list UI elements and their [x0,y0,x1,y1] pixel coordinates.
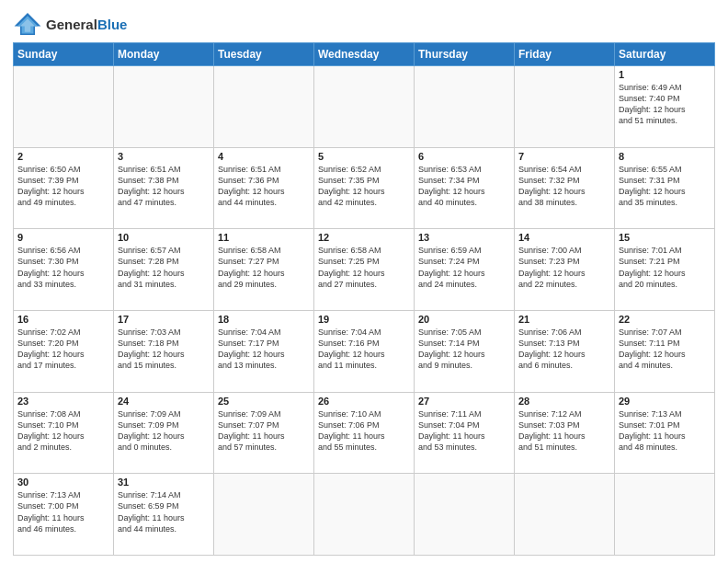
day-number: 18 [218,314,310,325]
calendar-cell: 1Sunrise: 6:49 AM Sunset: 7:40 PM Daylig… [615,66,715,148]
calendar-week-row: 9Sunrise: 6:56 AM Sunset: 7:30 PM Daylig… [14,229,715,311]
day-info: Sunrise: 7:05 AM Sunset: 7:14 PM Dayligh… [418,327,510,372]
day-info: Sunrise: 6:55 AM Sunset: 7:31 PM Dayligh… [619,164,711,209]
day-info: Sunrise: 7:14 AM Sunset: 6:59 PM Dayligh… [118,489,210,534]
calendar-cell [415,66,515,148]
calendar-cell: 15Sunrise: 7:01 AM Sunset: 7:21 PM Dayli… [615,229,715,311]
day-number: 4 [218,151,310,162]
day-number: 14 [518,232,610,243]
day-info: Sunrise: 6:59 AM Sunset: 7:24 PM Dayligh… [418,245,510,290]
calendar-cell [214,474,314,556]
day-info: Sunrise: 6:53 AM Sunset: 7:34 PM Dayligh… [418,164,510,209]
calendar-cell: 20Sunrise: 7:05 AM Sunset: 7:14 PM Dayli… [415,310,515,392]
day-info: Sunrise: 6:54 AM Sunset: 7:32 PM Dayligh… [518,164,610,209]
calendar-cell: 27Sunrise: 7:11 AM Sunset: 7:04 PM Dayli… [415,392,515,474]
day-info: Sunrise: 6:57 AM Sunset: 7:28 PM Dayligh… [118,245,210,290]
calendar-cell: 8Sunrise: 6:55 AM Sunset: 7:31 PM Daylig… [615,147,715,229]
header: GeneralBlue [13,11,715,37]
calendar-cell: 26Sunrise: 7:10 AM Sunset: 7:06 PM Dayli… [314,392,415,474]
day-number: 10 [118,232,210,243]
day-info: Sunrise: 7:04 AM Sunset: 7:17 PM Dayligh… [218,327,310,372]
col-monday: Monday [114,43,214,66]
day-number: 24 [118,396,210,407]
calendar-cell [314,66,415,148]
day-number: 3 [118,151,210,162]
calendar-cell: 12Sunrise: 6:58 AM Sunset: 7:25 PM Dayli… [314,229,415,311]
day-number: 29 [619,396,711,407]
day-number: 25 [218,396,310,407]
calendar-cell [615,474,715,556]
day-info: Sunrise: 6:50 AM Sunset: 7:39 PM Dayligh… [17,164,109,209]
calendar-cell: 16Sunrise: 7:02 AM Sunset: 7:20 PM Dayli… [14,310,114,392]
calendar-cell: 25Sunrise: 7:09 AM Sunset: 7:07 PM Dayli… [214,392,314,474]
day-number: 17 [118,314,210,325]
logo: GeneralBlue [13,11,127,37]
day-number: 13 [418,232,510,243]
calendar-cell: 7Sunrise: 6:54 AM Sunset: 7:32 PM Daylig… [515,147,615,229]
calendar-week-row: 30Sunrise: 7:13 AM Sunset: 7:00 PM Dayli… [14,474,715,556]
calendar-cell: 14Sunrise: 7:00 AM Sunset: 7:23 PM Dayli… [515,229,615,311]
day-info: Sunrise: 6:58 AM Sunset: 7:25 PM Dayligh… [318,245,410,290]
calendar-cell [214,66,314,148]
day-number: 30 [17,477,109,488]
day-info: Sunrise: 7:03 AM Sunset: 7:18 PM Dayligh… [118,327,210,372]
calendar-cell: 24Sunrise: 7:09 AM Sunset: 7:09 PM Dayli… [114,392,214,474]
calendar-cell: 31Sunrise: 7:14 AM Sunset: 6:59 PM Dayli… [114,474,214,556]
calendar-week-row: 2Sunrise: 6:50 AM Sunset: 7:39 PM Daylig… [14,147,715,229]
calendar-header-row: Sunday Monday Tuesday Wednesday Thursday… [14,43,715,66]
day-info: Sunrise: 7:09 AM Sunset: 7:07 PM Dayligh… [218,408,310,454]
day-number: 2 [17,151,109,162]
logo-text: GeneralBlue [46,17,127,32]
calendar-cell: 29Sunrise: 7:13 AM Sunset: 7:01 PM Dayli… [615,392,715,474]
day-info: Sunrise: 6:56 AM Sunset: 7:30 PM Dayligh… [17,245,109,290]
calendar-cell [415,474,515,556]
day-number: 26 [318,396,410,407]
day-info: Sunrise: 6:49 AM Sunset: 7:40 PM Dayligh… [619,82,711,127]
day-info: Sunrise: 7:07 AM Sunset: 7:11 PM Dayligh… [619,327,711,372]
col-wednesday: Wednesday [314,43,415,66]
page: GeneralBlue Sunday Monday Tuesday Wednes… [0,0,728,563]
calendar-cell: 13Sunrise: 6:59 AM Sunset: 7:24 PM Dayli… [415,229,515,311]
day-info: Sunrise: 7:13 AM Sunset: 7:00 PM Dayligh… [17,489,109,534]
calendar-cell: 11Sunrise: 6:58 AM Sunset: 7:27 PM Dayli… [214,229,314,311]
day-number: 6 [418,151,510,162]
day-info: Sunrise: 7:00 AM Sunset: 7:23 PM Dayligh… [518,245,610,290]
calendar-cell: 28Sunrise: 7:12 AM Sunset: 7:03 PM Dayli… [515,392,615,474]
day-info: Sunrise: 7:08 AM Sunset: 7:10 PM Dayligh… [17,408,109,454]
day-info: Sunrise: 7:02 AM Sunset: 7:20 PM Dayligh… [17,327,109,372]
calendar-week-row: 1Sunrise: 6:49 AM Sunset: 7:40 PM Daylig… [14,66,715,148]
col-thursday: Thursday [415,43,515,66]
day-info: Sunrise: 7:11 AM Sunset: 7:04 PM Dayligh… [418,408,510,454]
day-info: Sunrise: 7:06 AM Sunset: 7:13 PM Dayligh… [518,327,610,372]
calendar-cell [14,66,114,148]
calendar-cell [515,474,615,556]
day-number: 8 [619,151,711,162]
day-number: 15 [619,232,711,243]
day-number: 22 [619,314,711,325]
day-number: 9 [17,232,109,243]
day-number: 31 [118,477,210,488]
day-info: Sunrise: 7:04 AM Sunset: 7:16 PM Dayligh… [318,327,410,372]
day-number: 1 [619,69,711,80]
col-friday: Friday [515,43,615,66]
day-info: Sunrise: 6:58 AM Sunset: 7:27 PM Dayligh… [218,245,310,290]
day-number: 7 [518,151,610,162]
calendar-cell: 3Sunrise: 6:51 AM Sunset: 7:38 PM Daylig… [114,147,214,229]
calendar-cell: 18Sunrise: 7:04 AM Sunset: 7:17 PM Dayli… [214,310,314,392]
day-number: 19 [318,314,410,325]
col-saturday: Saturday [615,43,715,66]
day-info: Sunrise: 7:13 AM Sunset: 7:01 PM Dayligh… [619,408,711,454]
calendar-cell: 6Sunrise: 6:53 AM Sunset: 7:34 PM Daylig… [415,147,515,229]
day-info: Sunrise: 7:10 AM Sunset: 7:06 PM Dayligh… [318,408,410,454]
day-number: 16 [17,314,109,325]
calendar-cell: 10Sunrise: 6:57 AM Sunset: 7:28 PM Dayli… [114,229,214,311]
day-info: Sunrise: 6:52 AM Sunset: 7:35 PM Dayligh… [318,164,410,209]
calendar-cell: 21Sunrise: 7:06 AM Sunset: 7:13 PM Dayli… [515,310,615,392]
calendar-cell: 23Sunrise: 7:08 AM Sunset: 7:10 PM Dayli… [14,392,114,474]
calendar-cell: 19Sunrise: 7:04 AM Sunset: 7:16 PM Dayli… [314,310,415,392]
day-number: 11 [218,232,310,243]
calendar-cell: 5Sunrise: 6:52 AM Sunset: 7:35 PM Daylig… [314,147,415,229]
calendar-cell [515,66,615,148]
calendar-cell [114,66,214,148]
col-tuesday: Tuesday [214,43,314,66]
